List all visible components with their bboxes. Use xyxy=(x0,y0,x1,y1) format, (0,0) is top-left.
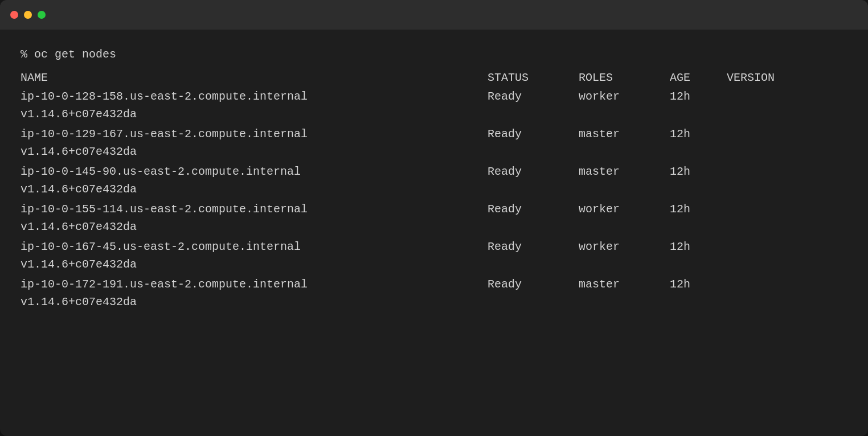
node-status: Ready xyxy=(488,238,579,256)
header-version: VERSION xyxy=(727,69,847,87)
traffic-lights xyxy=(10,11,46,19)
nodes-container: ip-10-0-128-158.us-east-2.compute.intern… xyxy=(21,88,847,311)
node-roles: master xyxy=(579,125,670,143)
node-version-inline xyxy=(727,238,847,256)
maximize-button[interactable] xyxy=(38,11,46,19)
node-version-inline xyxy=(727,200,847,218)
table-row: ip-10-0-172-191.us-east-2.compute.intern… xyxy=(21,275,847,293)
table-row: ip-10-0-129-167.us-east-2.compute.intern… xyxy=(21,125,847,143)
node-roles: worker xyxy=(579,238,670,256)
node-version: v1.14.6+c07e432da xyxy=(21,105,847,123)
node-name: ip-10-0-129-167.us-east-2.compute.intern… xyxy=(21,125,488,143)
node-age: 12h xyxy=(670,200,727,218)
table-row: ip-10-0-128-158.us-east-2.compute.intern… xyxy=(21,88,847,105)
node-age: 12h xyxy=(670,163,727,180)
node-roles: master xyxy=(579,163,670,180)
node-version: v1.14.6+c07e432da xyxy=(21,218,847,236)
table-row: ip-10-0-145-90.us-east-2.compute.interna… xyxy=(21,163,847,180)
node-version-inline xyxy=(727,125,847,143)
node-name: ip-10-0-167-45.us-east-2.compute.interna… xyxy=(21,238,488,256)
node-version-inline xyxy=(727,163,847,180)
node-name: ip-10-0-128-158.us-east-2.compute.intern… xyxy=(21,88,488,105)
command-line: % oc get nodes xyxy=(21,46,847,63)
node-age: 12h xyxy=(670,238,727,256)
header-roles: ROLES xyxy=(579,69,670,87)
node-status: Ready xyxy=(488,200,579,218)
node-name: ip-10-0-155-114.us-east-2.compute.intern… xyxy=(21,200,488,218)
minimize-button[interactable] xyxy=(24,11,32,19)
title-bar xyxy=(0,0,868,30)
header-age: AGE xyxy=(670,69,727,87)
node-age: 12h xyxy=(670,88,727,105)
node-status: Ready xyxy=(488,88,579,105)
node-version: v1.14.6+c07e432da xyxy=(21,293,847,311)
header-status: STATUS xyxy=(488,69,579,87)
node-version-inline xyxy=(727,275,847,293)
close-button[interactable] xyxy=(10,11,18,19)
table-row: ip-10-0-155-114.us-east-2.compute.intern… xyxy=(21,200,847,218)
node-age: 12h xyxy=(670,125,727,143)
header-name: NAME xyxy=(21,69,488,87)
table-row: ip-10-0-167-45.us-east-2.compute.interna… xyxy=(21,238,847,256)
node-version-inline xyxy=(727,88,847,105)
node-version: v1.14.6+c07e432da xyxy=(21,256,847,273)
node-age: 12h xyxy=(670,275,727,293)
node-name: ip-10-0-172-191.us-east-2.compute.intern… xyxy=(21,275,488,293)
node-version: v1.14.6+c07e432da xyxy=(21,180,847,198)
node-name: ip-10-0-145-90.us-east-2.compute.interna… xyxy=(21,163,488,180)
node-status: Ready xyxy=(488,163,579,180)
node-status: Ready xyxy=(488,275,579,293)
table-header: NAME STATUS ROLES AGE VERSION xyxy=(21,69,847,87)
node-status: Ready xyxy=(488,125,579,143)
node-roles: worker xyxy=(579,88,670,105)
terminal-body: % oc get nodes NAME STATUS ROLES AGE VER… xyxy=(0,30,868,436)
node-version: v1.14.6+c07e432da xyxy=(21,143,847,161)
node-roles: master xyxy=(579,275,670,293)
node-roles: worker xyxy=(579,200,670,218)
prompt-text: % oc get nodes xyxy=(21,48,116,61)
terminal-window: % oc get nodes NAME STATUS ROLES AGE VER… xyxy=(0,0,868,436)
